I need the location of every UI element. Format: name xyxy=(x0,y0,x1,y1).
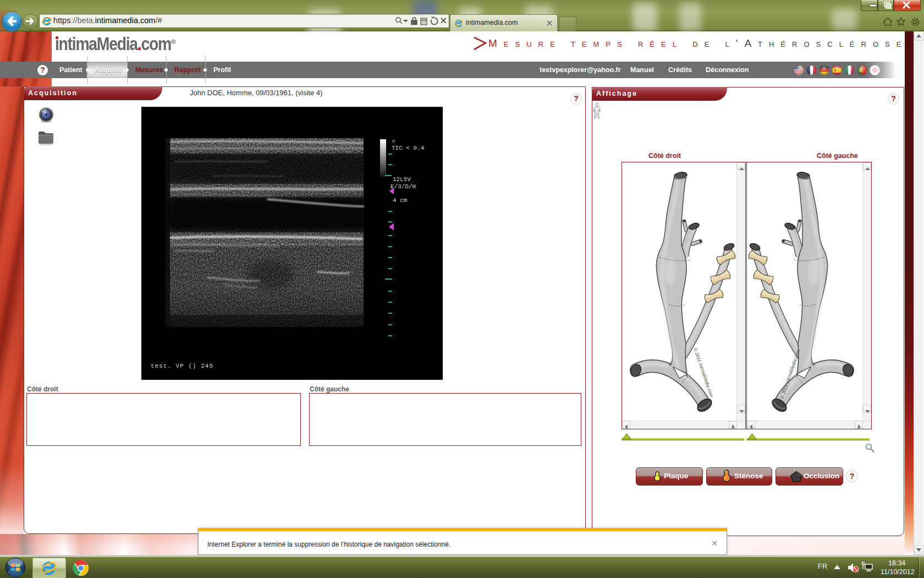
svg-text:4 cm: 4 cm xyxy=(393,197,408,204)
svg-text:M: M xyxy=(392,139,395,145)
svg-text:12L5V: 12L5V xyxy=(393,176,411,183)
svg-text:test. VP () 245: test. VP () 245 xyxy=(151,363,213,369)
svg-text:TIC < 0.4: TIC < 0.4 xyxy=(392,145,425,151)
svg-text:E/3/D/H: E/3/D/H xyxy=(391,183,416,190)
